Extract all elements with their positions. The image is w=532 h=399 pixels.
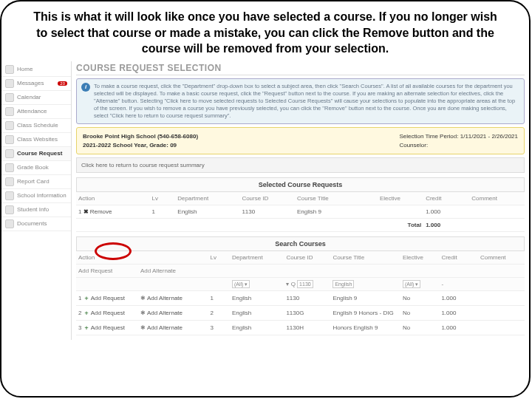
col-department: Department [230, 251, 284, 265]
col-course_title: Course Title [330, 251, 400, 265]
sidebar-icon [5, 65, 14, 74]
col-elective: Elective [400, 251, 440, 265]
sidebar-icon [5, 79, 14, 88]
col-credit: Credit [439, 251, 478, 265]
remove-button[interactable]: ✖Remove [83, 208, 112, 215]
info-icon: i [81, 83, 90, 92]
info-text: To make a course request, click the "Dep… [94, 83, 519, 120]
counselor-label: Counselor: [399, 141, 518, 149]
sidebar-icon [5, 107, 14, 116]
sidebar-icon [5, 191, 14, 200]
col-add-alternate: Add Alternate [138, 264, 208, 277]
col-add-request: Add Request [76, 264, 138, 277]
sidebar-item-course-request[interactable]: Course Request [1, 147, 71, 161]
sidebar-icon [5, 177, 14, 186]
sidebar-item-label: Course Request [17, 150, 62, 157]
sidebar-item-label: Grade Book [17, 164, 49, 171]
school-name: Brooke Point High School (540-658-6080) [83, 132, 198, 140]
sidebar-item-calendar[interactable]: Calendar [1, 91, 71, 105]
col-department: Department [175, 192, 239, 205]
sidebar-icon [5, 93, 14, 102]
sidebar-item-label: Messages [17, 80, 44, 86]
sidebar-item-label: Attendance [17, 108, 47, 115]
table-row: 1 ✖Remove1English1130English 91.000 [76, 205, 525, 218]
col-comment: Comment [478, 251, 525, 265]
col-course_id: Course ID [284, 251, 330, 265]
col-action: Action [76, 251, 208, 265]
add-alternate-button[interactable]: ✱Add Alternate [140, 310, 183, 316]
filter-elective[interactable]: (All) ▾ [403, 280, 420, 288]
page-title: COURSE REQUEST SELECTION [76, 61, 525, 75]
sidebar-item-school-information[interactable]: School Information [1, 189, 71, 203]
x-icon: ✖ [83, 208, 89, 215]
selected-requests-title: Selected Course Requests [76, 177, 525, 192]
sidebar-item-label: Documents [17, 220, 47, 227]
sidebar-item-label: Class Schedule [17, 122, 58, 129]
total-row: Total1.000 [76, 218, 525, 231]
add-alternate-button[interactable]: ✱Add Alternate [140, 295, 183, 301]
add-request-button[interactable]: ＋Add Request [83, 309, 125, 317]
sidebar: HomeMessages20CalendarAttendanceClass Sc… [1, 61, 72, 340]
table-row: 1 ＋Add Request✱Add Alternate1English1130… [76, 290, 525, 305]
star-icon: ✱ [140, 295, 146, 301]
plus-icon: ＋ [83, 309, 89, 317]
sidebar-item-home[interactable]: Home [1, 63, 71, 77]
info-box: i To make a course request, click the "D… [76, 78, 525, 125]
col-lv: Lv [150, 192, 176, 205]
sidebar-item-label: Class Websites [17, 136, 58, 143]
star-icon: ✱ [140, 324, 146, 331]
add-request-button[interactable]: ＋Add Request [83, 324, 125, 332]
plus-icon: ＋ [83, 294, 89, 302]
sidebar-item-label: School Information [17, 192, 66, 199]
sidebar-item-label: Home [17, 66, 33, 72]
table-row: 3 ＋Add Request✱Add Alternate3English1130… [76, 320, 525, 335]
sidebar-icon [5, 135, 14, 144]
sidebar-item-label: Report Card [17, 178, 50, 185]
col-elective: Elective [378, 192, 423, 205]
instruction-heading: This is what it will look like once you … [1, 1, 529, 61]
sidebar-icon [5, 121, 14, 130]
sidebar-icon [5, 219, 14, 228]
col-action: Action [76, 192, 150, 205]
school-info-box: Brooke Point High School (540-658-6080) … [76, 127, 525, 154]
col-course_title: Course Title [295, 192, 378, 205]
col-comment: Comment [469, 192, 525, 205]
search-courses-title: Search Courses [76, 236, 525, 251]
add-request-button[interactable]: ＋Add Request [83, 294, 125, 302]
plus-icon: ＋ [83, 324, 89, 332]
sidebar-item-documents[interactable]: Documents [1, 217, 71, 231]
star-icon: ✱ [140, 310, 146, 316]
search-courses-table: ActionLvDepartmentCourse IDCourse TitleE… [76, 251, 525, 335]
filter-department[interactable]: (All) ▾ [232, 280, 250, 288]
table-row: 2 ＋Add Request✱Add Alternate2English1130… [76, 305, 525, 320]
sidebar-item-attendance[interactable]: Attendance [1, 105, 71, 119]
sidebar-item-class-schedule[interactable]: Class Schedule [1, 119, 71, 133]
sidebar-item-messages[interactable]: Messages20 [1, 77, 71, 91]
selection-period-value: 1/11/2021 - 2/26/2021 [460, 133, 518, 140]
badge: 20 [58, 81, 67, 86]
sidebar-icon [5, 163, 14, 172]
col-lv: Lv [208, 251, 230, 265]
sidebar-item-grade-book[interactable]: Grade Book [1, 161, 71, 175]
sidebar-item-student-info[interactable]: Student Info [1, 203, 71, 217]
filter-course-title[interactable]: English [332, 280, 354, 288]
sidebar-item-label: Student Info [17, 206, 49, 213]
selected-requests-table: ActionLvDepartmentCourse IDCourse TitleE… [76, 192, 525, 232]
filter-cid-sym[interactable]: ▾ Q [286, 281, 295, 287]
selection-period-label: Selection Time Period: [399, 133, 458, 140]
add-alternate-button[interactable]: ✱Add Alternate [140, 324, 183, 331]
sidebar-icon [5, 149, 14, 158]
return-summary-link[interactable]: Click here to return to course request s… [76, 157, 525, 173]
school-year-grade: 2021-2022 School Year, Grade: 09 [83, 141, 198, 149]
sidebar-item-class-websites[interactable]: Class Websites [1, 133, 71, 147]
filter-course-id[interactable]: 1130 [297, 280, 313, 288]
sidebar-icon [5, 205, 14, 214]
col-course_id: Course ID [239, 192, 295, 205]
col-credit: Credit [423, 192, 469, 205]
sidebar-item-report-card[interactable]: Report Card [1, 175, 71, 189]
sidebar-item-label: Calendar [17, 94, 41, 100]
